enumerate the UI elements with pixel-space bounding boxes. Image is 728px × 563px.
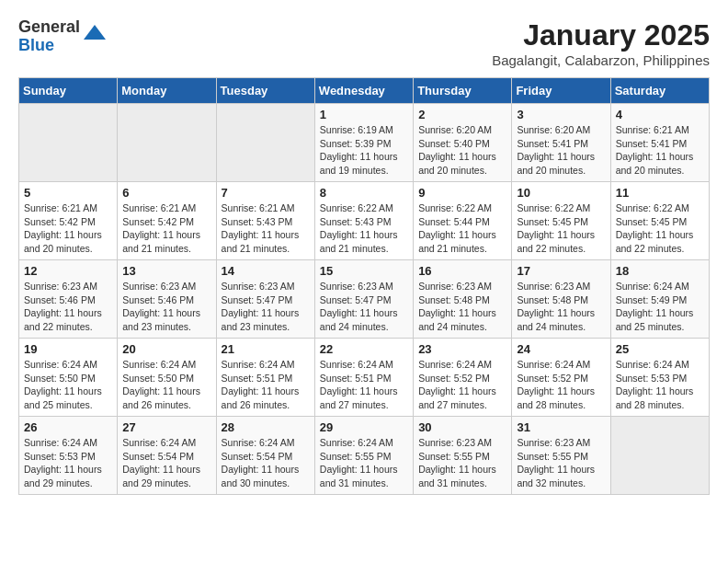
calendar-cell: 25Sunrise: 6:24 AM Sunset: 5:53 PM Dayli…: [610, 339, 709, 417]
week-row: 19Sunrise: 6:24 AM Sunset: 5:50 PM Dayli…: [19, 339, 710, 417]
calendar-cell: 13Sunrise: 6:23 AM Sunset: 5:46 PM Dayli…: [118, 260, 216, 339]
day-number: 9: [418, 186, 506, 200]
day-number: 21: [222, 342, 310, 356]
day-number: 30: [418, 420, 506, 434]
week-row: 1Sunrise: 6:19 AM Sunset: 5:39 PM Daylig…: [19, 104, 710, 182]
day-info: Sunrise: 6:24 AM Sunset: 5:54 PM Dayligh…: [122, 436, 210, 490]
title-block: January 2025 Bagalangit, Calabarzon, Phi…: [492, 18, 710, 68]
header-day: Wednesday: [314, 78, 413, 104]
calendar-cell: 20Sunrise: 6:24 AM Sunset: 5:50 PM Dayli…: [118, 339, 216, 417]
logo-text: General Blue: [18, 18, 80, 55]
day-info: Sunrise: 6:19 AM Sunset: 5:39 PM Dayligh…: [320, 123, 408, 178]
day-info: Sunrise: 6:22 AM Sunset: 5:45 PM Dayligh…: [517, 201, 605, 256]
day-info: Sunrise: 6:24 AM Sunset: 5:54 PM Dayligh…: [222, 436, 310, 490]
day-info: Sunrise: 6:24 AM Sunset: 5:51 PM Dayligh…: [222, 358, 310, 412]
calendar-cell: 21Sunrise: 6:24 AM Sunset: 5:51 PM Dayli…: [216, 339, 314, 417]
day-info: Sunrise: 6:24 AM Sunset: 5:49 PM Dayligh…: [616, 280, 704, 334]
page-header: General Blue January 2025 Bagalangit, Ca…: [18, 18, 710, 68]
day-number: 2: [418, 108, 506, 121]
day-info: Sunrise: 6:21 AM Sunset: 5:42 PM Dayligh…: [24, 201, 112, 256]
calendar-cell: 15Sunrise: 6:23 AM Sunset: 5:47 PM Dayli…: [314, 260, 413, 339]
day-number: 20: [122, 342, 210, 356]
calendar-cell: 12Sunrise: 6:23 AM Sunset: 5:46 PM Dayli…: [19, 260, 118, 339]
day-number: 15: [320, 264, 408, 278]
logo-blue: Blue: [18, 37, 80, 55]
day-info: Sunrise: 6:21 AM Sunset: 5:42 PM Dayligh…: [122, 201, 210, 256]
day-number: 13: [122, 264, 210, 278]
calendar-cell: [610, 417, 709, 495]
day-number: 26: [24, 420, 112, 434]
header-day: Tuesday: [216, 78, 314, 104]
logo-icon: [84, 21, 106, 43]
calendar-title: January 2025: [492, 18, 710, 52]
day-info: Sunrise: 6:21 AM Sunset: 5:41 PM Dayligh…: [616, 123, 704, 178]
day-number: 12: [24, 264, 112, 278]
calendar-subtitle: Bagalangit, Calabarzon, Philippines: [492, 52, 710, 68]
day-info: Sunrise: 6:23 AM Sunset: 5:47 PM Dayligh…: [320, 280, 408, 334]
header-day: Monday: [118, 78, 216, 104]
day-number: 6: [122, 186, 210, 200]
day-info: Sunrise: 6:24 AM Sunset: 5:52 PM Dayligh…: [517, 358, 605, 412]
header-day: Sunday: [19, 78, 118, 104]
calendar-cell: 9Sunrise: 6:22 AM Sunset: 5:44 PM Daylig…: [414, 182, 512, 260]
day-number: 29: [320, 420, 408, 434]
day-info: Sunrise: 6:20 AM Sunset: 5:41 PM Dayligh…: [517, 123, 605, 178]
calendar-cell: 6Sunrise: 6:21 AM Sunset: 5:42 PM Daylig…: [118, 182, 216, 260]
day-number: 18: [616, 264, 704, 278]
header-row: SundayMondayTuesdayWednesdayThursdayFrid…: [19, 78, 710, 104]
day-info: Sunrise: 6:24 AM Sunset: 5:50 PM Dayligh…: [24, 358, 112, 412]
calendar-cell: 1Sunrise: 6:19 AM Sunset: 5:39 PM Daylig…: [314, 104, 413, 182]
calendar-cell: 5Sunrise: 6:21 AM Sunset: 5:42 PM Daylig…: [19, 182, 118, 260]
day-number: 8: [320, 186, 408, 200]
day-number: 16: [418, 264, 506, 278]
calendar-cell: 2Sunrise: 6:20 AM Sunset: 5:40 PM Daylig…: [414, 104, 512, 182]
calendar-cell: [118, 104, 216, 182]
day-number: 7: [222, 186, 310, 200]
calendar-cell: 7Sunrise: 6:21 AM Sunset: 5:43 PM Daylig…: [216, 182, 314, 260]
day-info: Sunrise: 6:24 AM Sunset: 5:55 PM Dayligh…: [320, 436, 408, 490]
calendar-cell: 14Sunrise: 6:23 AM Sunset: 5:47 PM Dayli…: [216, 260, 314, 339]
calendar-cell: 19Sunrise: 6:24 AM Sunset: 5:50 PM Dayli…: [19, 339, 118, 417]
day-info: Sunrise: 6:23 AM Sunset: 5:47 PM Dayligh…: [222, 280, 310, 334]
day-number: 10: [517, 186, 605, 200]
day-number: 4: [616, 108, 704, 121]
day-number: 28: [222, 420, 310, 434]
header-day: Thursday: [414, 78, 512, 104]
calendar-cell: 11Sunrise: 6:22 AM Sunset: 5:45 PM Dayli…: [610, 182, 709, 260]
header-day: Saturday: [610, 78, 709, 104]
calendar-cell: 8Sunrise: 6:22 AM Sunset: 5:43 PM Daylig…: [314, 182, 413, 260]
calendar-cell: 4Sunrise: 6:21 AM Sunset: 5:41 PM Daylig…: [610, 104, 709, 182]
logo: General Blue: [18, 18, 106, 55]
week-row: 26Sunrise: 6:24 AM Sunset: 5:53 PM Dayli…: [19, 417, 710, 495]
day-number: 23: [418, 342, 506, 356]
svg-marker-0: [84, 25, 106, 40]
calendar-cell: 17Sunrise: 6:23 AM Sunset: 5:48 PM Dayli…: [512, 260, 610, 339]
logo-general: General: [18, 18, 80, 37]
calendar-cell: 23Sunrise: 6:24 AM Sunset: 5:52 PM Dayli…: [414, 339, 512, 417]
calendar-cell: 22Sunrise: 6:24 AM Sunset: 5:51 PM Dayli…: [314, 339, 413, 417]
day-info: Sunrise: 6:21 AM Sunset: 5:43 PM Dayligh…: [222, 201, 310, 256]
calendar-cell: [216, 104, 314, 182]
day-info: Sunrise: 6:22 AM Sunset: 5:43 PM Dayligh…: [320, 201, 408, 256]
day-info: Sunrise: 6:24 AM Sunset: 5:51 PM Dayligh…: [320, 358, 408, 412]
calendar-table: SundayMondayTuesdayWednesdayThursdayFrid…: [18, 77, 710, 495]
calendar-cell: 24Sunrise: 6:24 AM Sunset: 5:52 PM Dayli…: [512, 339, 610, 417]
calendar-cell: 29Sunrise: 6:24 AM Sunset: 5:55 PM Dayli…: [314, 417, 413, 495]
day-info: Sunrise: 6:23 AM Sunset: 5:48 PM Dayligh…: [517, 280, 605, 334]
day-info: Sunrise: 6:22 AM Sunset: 5:44 PM Dayligh…: [418, 201, 506, 256]
day-number: 3: [517, 108, 605, 121]
week-row: 5Sunrise: 6:21 AM Sunset: 5:42 PM Daylig…: [19, 182, 710, 260]
day-number: 22: [320, 342, 408, 356]
day-info: Sunrise: 6:23 AM Sunset: 5:46 PM Dayligh…: [24, 280, 112, 334]
day-info: Sunrise: 6:23 AM Sunset: 5:55 PM Dayligh…: [517, 436, 605, 490]
day-number: 17: [517, 264, 605, 278]
day-number: 24: [517, 342, 605, 356]
calendar-cell: [19, 104, 118, 182]
day-number: 5: [24, 186, 112, 200]
calendar-cell: 28Sunrise: 6:24 AM Sunset: 5:54 PM Dayli…: [216, 417, 314, 495]
day-number: 11: [616, 186, 704, 200]
day-number: 25: [616, 342, 704, 356]
day-info: Sunrise: 6:24 AM Sunset: 5:53 PM Dayligh…: [616, 358, 704, 412]
day-number: 27: [122, 420, 210, 434]
calendar-cell: 3Sunrise: 6:20 AM Sunset: 5:41 PM Daylig…: [512, 104, 610, 182]
